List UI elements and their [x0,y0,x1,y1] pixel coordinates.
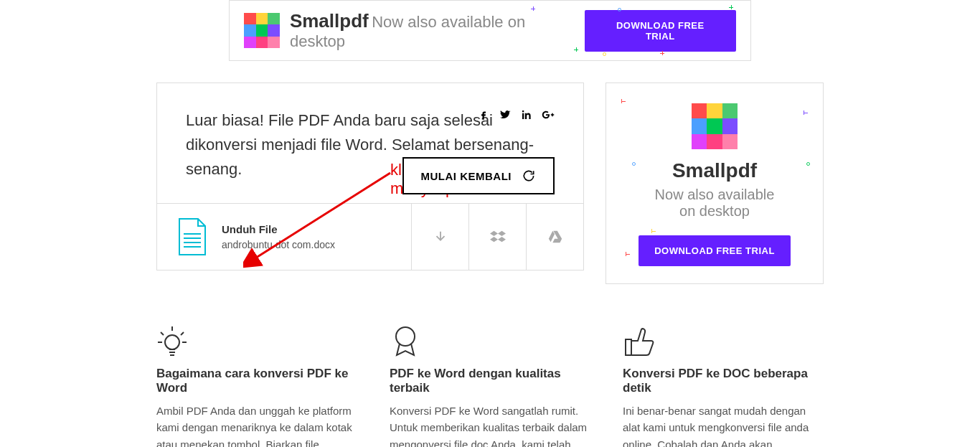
facebook-icon[interactable] [477,108,490,121]
dropbox-button[interactable] [468,204,526,270]
svg-line-7 [161,332,164,335]
side-brand: Smallpdf [621,159,809,182]
feature-howto: Bagaimana cara konversi PDF ke Word Ambi… [156,324,357,447]
googledrive-button[interactable] [526,204,583,270]
smallpdf-logo-icon [692,103,738,149]
brand-name: Smallpdf [290,10,369,32]
result-panel: Luar biasa! File PDF Anda baru saja sele… [156,83,584,270]
side-tag1: Now also available [621,187,809,203]
features-row: Bagaimana cara konversi PDF ke Word Ambi… [77,324,903,447]
feature-title: PDF ke Word dengan kualitas terbaik [390,367,590,395]
googledrive-icon [547,229,563,245]
lightbulb-icon [156,324,188,359]
side-ad-panel: Smallpdf Now also available on desktop D… [606,83,824,284]
svg-rect-12 [626,339,631,355]
feature-text: Ambil PDF Anda dan unggah ke platform ka… [156,403,357,447]
thumbsup-icon [623,324,654,359]
svg-line-8 [181,332,184,335]
svg-point-11 [396,327,415,346]
twitter-icon[interactable] [499,108,512,121]
side-trial-button[interactable]: DOWNLOAD FREE TRIAL [639,235,791,266]
smallpdf-logo-icon [244,13,280,49]
side-tag2: on desktop [621,203,809,220]
download-filename: androbuntu dot com.docx [222,239,335,250]
download-trial-button[interactable]: DOWNLOAD FREE TRIAL [585,10,736,52]
feature-text: Konversi PDF ke Word sangatlah rumit. Un… [390,403,590,447]
download-arrow-icon [433,229,448,245]
feature-title: Bagaimana cara konversi PDF ke Word [156,367,357,395]
top-ad-banner: Smallpdf Now also available on desktop D… [229,0,751,61]
feature-text: Ini benar-benar sangat mudah dengan alat… [623,403,824,447]
restart-label: MULAI KEMBALI [421,170,512,182]
download-label: Unduh File [222,223,335,235]
file-icon [177,218,207,255]
feature-quality: PDF ke Word dengan kualitas terbaik Konv… [390,324,590,447]
restart-icon [522,169,536,183]
award-icon [390,324,421,359]
download-file-button[interactable]: Unduh File androbuntu dot com.docx [157,204,411,270]
dropbox-icon [490,229,506,245]
googleplus-icon[interactable] [542,108,555,121]
feature-fast: Konversi PDF ke DOC beberapa detik Ini b… [623,324,824,447]
svg-point-5 [165,335,179,349]
restart-button[interactable]: MULAI KEMBALI [402,157,555,194]
feature-title: Konversi PDF ke DOC beberapa detik [623,367,824,395]
download-direct-button[interactable] [411,204,468,270]
linkedin-icon[interactable] [520,108,533,121]
